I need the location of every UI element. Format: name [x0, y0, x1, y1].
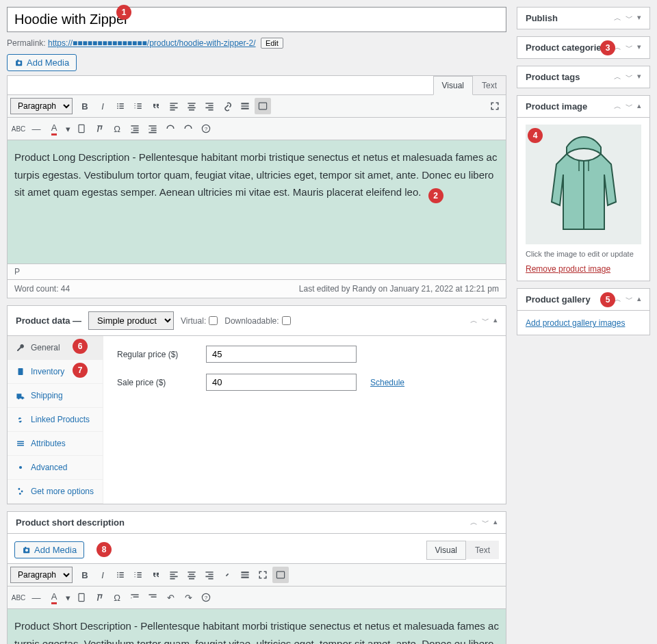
special-char-icon[interactable]: Ω — [109, 120, 125, 137]
product-image-header: Product image — [526, 101, 587, 112]
help-icon[interactable]: ? — [198, 120, 214, 137]
fullscreen-icon[interactable] — [255, 567, 271, 583]
link-icon[interactable] — [219, 98, 235, 114]
chevron-up-icon[interactable]: ︿ — [614, 13, 621, 23]
help-icon[interactable]: ? — [198, 589, 214, 606]
align-right-icon[interactable] — [201, 98, 218, 114]
indent-icon[interactable] — [144, 589, 161, 606]
bold-icon[interactable]: B — [77, 98, 93, 114]
text-tab-short[interactable]: Text — [466, 541, 499, 559]
format-select-short[interactable]: Paragraph — [10, 567, 73, 583]
product-type-select[interactable]: Simple product — [88, 311, 174, 330]
undo-icon[interactable] — [162, 120, 179, 137]
triangle-down-icon[interactable]: ▾ — [637, 42, 641, 53]
triangle-down-icon[interactable]: ▾ — [637, 13, 641, 23]
triangle-up-icon[interactable]: ▴ — [637, 101, 641, 112]
chevron-up-icon[interactable]: ︿ — [614, 101, 621, 112]
downloadable-checkbox[interactable] — [282, 316, 291, 325]
product-title-input[interactable] — [7, 7, 506, 32]
outdent-icon[interactable] — [127, 120, 143, 137]
insert-more-icon[interactable] — [237, 567, 253, 583]
hr-icon[interactable]: — — [28, 589, 44, 606]
link-icon[interactable] — [219, 567, 235, 583]
redo-icon[interactable] — [180, 120, 196, 137]
align-left-icon[interactable] — [166, 98, 182, 114]
numbered-list-icon[interactable] — [130, 567, 146, 583]
permalink-url[interactable]: https://■■■■■■■■■■■■■■■/product/hoodie-w… — [48, 38, 256, 48]
redo-icon[interactable]: ↷ — [180, 589, 196, 606]
italic-icon[interactable]: I — [94, 98, 111, 114]
bullet-list-icon[interactable] — [112, 567, 129, 583]
add-media-button-short[interactable]: Add Media — [14, 541, 84, 558]
align-center-icon[interactable] — [183, 567, 200, 583]
text-color-chevron-icon[interactable]: ▾ — [64, 589, 72, 606]
virtual-checkbox[interactable] — [209, 316, 218, 325]
schedule-link[interactable]: Schedule — [370, 378, 404, 387]
triangle-up-icon[interactable]: ▴ — [637, 294, 641, 305]
permalink-edit-button[interactable]: Edit — [261, 38, 283, 49]
tab-general[interactable]: General 6 — [8, 336, 103, 360]
visual-tab-short[interactable]: Visual — [426, 541, 466, 560]
italic-icon[interactable]: I — [94, 567, 111, 583]
chevron-down-icon[interactable]: ﹀ — [626, 101, 633, 112]
chevron-down-icon[interactable]: ﹀ — [626, 42, 633, 53]
hr-icon[interactable]: — — [28, 120, 44, 137]
undo-icon[interactable]: ↶ — [162, 589, 179, 606]
chevron-up-icon[interactable]: ︿ — [614, 72, 621, 82]
tab-linked[interactable]: Linked Products — [8, 408, 103, 432]
align-center-icon[interactable] — [183, 98, 200, 114]
paste-text-icon[interactable] — [73, 120, 90, 137]
triangle-up-icon[interactable]: ▴ — [493, 315, 498, 326]
regular-price-label: Regular price ($) — [117, 350, 192, 359]
text-color-icon[interactable]: A — [46, 120, 62, 137]
downloadable-checkbox-label: Downloadable: — [224, 316, 290, 326]
outdent-icon[interactable] — [127, 589, 143, 606]
blockquote-icon[interactable] — [148, 567, 164, 583]
tab-shipping[interactable]: Shipping — [8, 384, 103, 408]
chevron-down-icon[interactable]: ﹀ — [626, 72, 633, 82]
visual-tab[interactable]: Visual — [433, 76, 473, 95]
clear-format-icon[interactable] — [91, 589, 107, 606]
toolbar-toggle-icon[interactable] — [272, 567, 289, 583]
tab-attributes[interactable]: Attributes — [8, 432, 103, 456]
chevron-up-icon[interactable]: ︿ — [470, 517, 478, 528]
triangle-up-icon[interactable]: ▴ — [493, 517, 498, 528]
blockquote-icon[interactable] — [148, 98, 164, 114]
add-gallery-link[interactable]: Add product gallery images — [526, 318, 625, 328]
chevron-down-icon[interactable]: ﹀ — [482, 517, 489, 528]
tab-more[interactable]: Get more options — [8, 480, 103, 504]
tab-advanced[interactable]: Advanced — [8, 456, 103, 480]
remove-image-link[interactable]: Remove product image — [526, 264, 610, 274]
chevron-down-icon[interactable]: ﹀ — [482, 315, 489, 326]
tab-inventory[interactable]: Inventory 7 — [8, 360, 103, 384]
chevron-down-icon[interactable]: ﹀ — [626, 13, 633, 23]
strike-icon[interactable]: ABC — [10, 589, 27, 606]
fullscreen-icon[interactable] — [487, 98, 503, 114]
paste-text-icon[interactable] — [73, 589, 90, 606]
toolbar-toggle-icon[interactable] — [255, 98, 271, 114]
chevron-down-icon[interactable]: ﹀ — [626, 294, 633, 305]
bullet-list-icon[interactable] — [112, 98, 129, 114]
clear-format-icon[interactable] — [91, 120, 107, 137]
regular-price-input[interactable] — [206, 346, 357, 363]
short-description-editor[interactable]: Product Short Description - Pellentesque… — [8, 609, 506, 644]
align-left-icon[interactable] — [166, 567, 182, 583]
sale-price-input[interactable] — [206, 374, 357, 391]
text-color-chevron-icon[interactable]: ▾ — [64, 120, 72, 137]
text-tab[interactable]: Text — [473, 76, 506, 94]
long-description-editor[interactable]: Product Long Description - Pellentesque … — [8, 140, 506, 263]
gallery-header: Product gallery — [526, 294, 591, 305]
text-color-icon[interactable]: A — [46, 589, 62, 606]
align-right-icon[interactable] — [201, 567, 218, 583]
format-select[interactable]: Paragraph — [10, 98, 73, 114]
strike-icon[interactable]: ABC — [10, 120, 27, 137]
indent-icon[interactable] — [144, 120, 161, 137]
triangle-down-icon[interactable]: ▾ — [637, 72, 641, 82]
insert-more-icon[interactable] — [237, 98, 253, 114]
product-image[interactable] — [526, 125, 641, 244]
bold-icon[interactable]: B — [77, 567, 93, 583]
chevron-up-icon[interactable]: ︿ — [470, 315, 478, 326]
numbered-list-icon[interactable] — [130, 98, 146, 114]
special-char-icon[interactable]: Ω — [109, 589, 125, 606]
add-media-button[interactable]: Add Media — [7, 54, 77, 71]
